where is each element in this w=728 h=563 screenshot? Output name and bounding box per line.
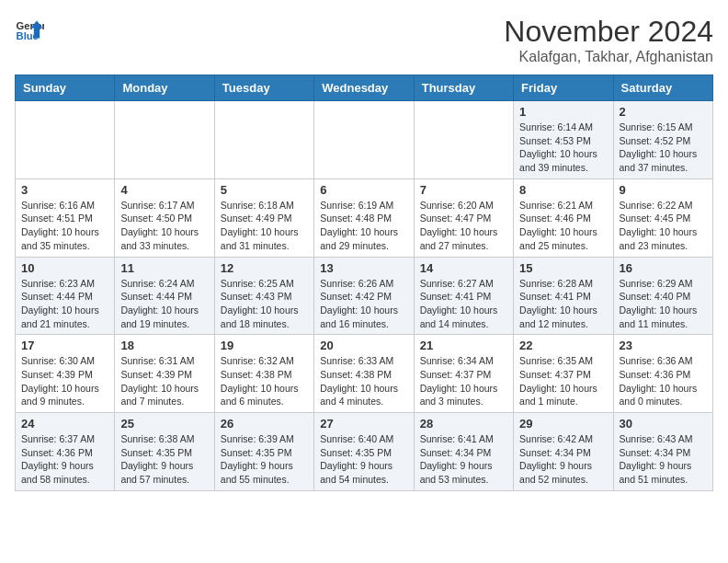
calendar-day-1: 1Sunrise: 6:14 AMSunset: 4:53 PMDaylight… [514, 101, 613, 179]
calendar-day-21: 21Sunrise: 6:34 AMSunset: 4:37 PMDayligh… [414, 335, 513, 413]
calendar-day-12: 12Sunrise: 6:25 AMSunset: 4:43 PMDayligh… [214, 257, 313, 335]
day-info: Sunrise: 6:19 AMSunset: 4:48 PMDaylight:… [320, 199, 407, 253]
day-info: Sunrise: 6:33 AMSunset: 4:38 PMDaylight:… [320, 354, 407, 408]
day-info: Sunrise: 6:18 AMSunset: 4:49 PMDaylight:… [221, 199, 308, 253]
weekday-header-tuesday: Tuesday [214, 75, 313, 101]
calendar-week-row: 1Sunrise: 6:14 AMSunset: 4:53 PMDaylight… [16, 101, 713, 179]
header: General Blue November 2024 Kalafgan, Tak… [15, 15, 713, 65]
day-number: 18 [120, 339, 208, 352]
calendar-week-row: 17Sunrise: 6:30 AMSunset: 4:39 PMDayligh… [16, 335, 713, 413]
day-info: Sunrise: 6:31 AMSunset: 4:39 PMDaylight:… [120, 354, 208, 408]
day-number: 14 [420, 261, 507, 275]
calendar-day-30: 30Sunrise: 6:43 AMSunset: 4:34 PMDayligh… [613, 413, 712, 491]
weekday-header-row: SundayMondayTuesdayWednesdayThursdayFrid… [16, 75, 713, 101]
day-info: Sunrise: 6:43 AMSunset: 4:34 PMDaylight:… [620, 432, 707, 487]
calendar-day-22: 22Sunrise: 6:35 AMSunset: 4:37 PMDayligh… [514, 335, 613, 413]
day-number: 27 [320, 417, 407, 431]
day-info: Sunrise: 6:20 AMSunset: 4:47 PMDaylight:… [420, 199, 507, 253]
day-info: Sunrise: 6:16 AMSunset: 4:51 PMDaylight:… [21, 199, 108, 253]
day-info: Sunrise: 6:23 AMSunset: 4:44 PMDaylight:… [21, 277, 108, 331]
day-number: 24 [21, 417, 108, 431]
day-info: Sunrise: 6:25 AMSunset: 4:43 PMDaylight:… [221, 277, 308, 331]
calendar-table: SundayMondayTuesdayWednesdayThursdayFrid… [15, 75, 713, 491]
calendar-day-24: 24Sunrise: 6:37 AMSunset: 4:36 PMDayligh… [16, 413, 115, 491]
calendar-day-26: 26Sunrise: 6:39 AMSunset: 4:35 PMDayligh… [214, 413, 313, 491]
calendar-day-17: 17Sunrise: 6:30 AMSunset: 4:39 PMDayligh… [16, 335, 115, 413]
day-number: 6 [320, 183, 407, 197]
day-number: 12 [221, 261, 308, 275]
calendar-day-10: 10Sunrise: 6:23 AMSunset: 4:44 PMDayligh… [16, 257, 115, 335]
calendar-day-19: 19Sunrise: 6:32 AMSunset: 4:38 PMDayligh… [214, 335, 313, 413]
day-number: 2 [620, 105, 707, 119]
empty-day-cell [414, 101, 513, 179]
calendar-day-11: 11Sunrise: 6:24 AMSunset: 4:44 PMDayligh… [115, 257, 214, 335]
day-info: Sunrise: 6:37 AMSunset: 4:36 PMDaylight:… [21, 432, 108, 487]
logo: General Blue [15, 15, 44, 44]
logo-icon: General Blue [15, 15, 44, 44]
day-info: Sunrise: 6:14 AMSunset: 4:53 PMDaylight:… [519, 121, 607, 175]
day-number: 25 [120, 417, 208, 431]
day-info: Sunrise: 6:36 AMSunset: 4:36 PMDaylight:… [620, 354, 707, 408]
day-number: 3 [21, 183, 108, 197]
calendar-day-23: 23Sunrise: 6:36 AMSunset: 4:36 PMDayligh… [613, 335, 712, 413]
day-number: 4 [120, 183, 208, 197]
empty-day-cell [16, 101, 115, 179]
calendar-day-2: 2Sunrise: 6:15 AMSunset: 4:52 PMDaylight… [613, 101, 712, 179]
day-info: Sunrise: 6:22 AMSunset: 4:45 PMDaylight:… [620, 199, 707, 253]
calendar-day-3: 3Sunrise: 6:16 AMSunset: 4:51 PMDaylight… [16, 178, 115, 257]
calendar-day-5: 5Sunrise: 6:18 AMSunset: 4:49 PMDaylight… [214, 178, 313, 257]
day-number: 17 [21, 339, 108, 352]
day-info: Sunrise: 6:40 AMSunset: 4:35 PMDaylight:… [320, 432, 407, 487]
calendar-week-row: 10Sunrise: 6:23 AMSunset: 4:44 PMDayligh… [16, 257, 713, 335]
day-info: Sunrise: 6:32 AMSunset: 4:38 PMDaylight:… [221, 354, 308, 408]
day-number: 28 [420, 417, 507, 431]
day-number: 13 [320, 261, 407, 275]
calendar-day-28: 28Sunrise: 6:41 AMSunset: 4:34 PMDayligh… [414, 413, 513, 491]
day-number: 1 [519, 105, 607, 119]
weekday-header-sunday: Sunday [16, 75, 115, 101]
calendar-day-7: 7Sunrise: 6:20 AMSunset: 4:47 PMDaylight… [414, 178, 513, 257]
day-number: 16 [620, 261, 707, 275]
month-title: November 2024 [504, 15, 713, 49]
calendar-day-25: 25Sunrise: 6:38 AMSunset: 4:35 PMDayligh… [115, 413, 214, 491]
calendar-week-row: 3Sunrise: 6:16 AMSunset: 4:51 PMDaylight… [16, 178, 713, 257]
day-number: 15 [519, 261, 607, 275]
calendar-day-6: 6Sunrise: 6:19 AMSunset: 4:48 PMDaylight… [314, 178, 414, 257]
day-info: Sunrise: 6:26 AMSunset: 4:42 PMDaylight:… [320, 277, 407, 331]
location-title: Kalafgan, Takhar, Afghanistan [504, 49, 713, 65]
day-info: Sunrise: 6:35 AMSunset: 4:37 PMDaylight:… [519, 354, 607, 408]
calendar-day-15: 15Sunrise: 6:28 AMSunset: 4:41 PMDayligh… [514, 257, 613, 335]
calendar-day-18: 18Sunrise: 6:31 AMSunset: 4:39 PMDayligh… [115, 335, 214, 413]
day-number: 30 [620, 417, 707, 431]
day-number: 8 [519, 183, 607, 197]
calendar-day-27: 27Sunrise: 6:40 AMSunset: 4:35 PMDayligh… [314, 413, 414, 491]
day-number: 21 [420, 339, 507, 352]
weekday-header-saturday: Saturday [613, 75, 712, 101]
empty-day-cell [314, 101, 414, 179]
calendar-day-9: 9Sunrise: 6:22 AMSunset: 4:45 PMDaylight… [613, 178, 712, 257]
day-number: 7 [420, 183, 507, 197]
day-info: Sunrise: 6:29 AMSunset: 4:40 PMDaylight:… [620, 277, 707, 331]
day-number: 9 [620, 183, 707, 197]
weekday-header-monday: Monday [115, 75, 214, 101]
day-info: Sunrise: 6:39 AMSunset: 4:35 PMDaylight:… [221, 432, 308, 487]
day-info: Sunrise: 6:17 AMSunset: 4:50 PMDaylight:… [120, 199, 208, 253]
day-info: Sunrise: 6:27 AMSunset: 4:41 PMDaylight:… [420, 277, 507, 331]
calendar-day-29: 29Sunrise: 6:42 AMSunset: 4:34 PMDayligh… [514, 413, 613, 491]
day-number: 23 [620, 339, 707, 352]
weekday-header-friday: Friday [514, 75, 613, 101]
day-info: Sunrise: 6:24 AMSunset: 4:44 PMDaylight:… [120, 277, 208, 331]
day-number: 19 [221, 339, 308, 352]
day-info: Sunrise: 6:21 AMSunset: 4:46 PMDaylight:… [519, 199, 607, 253]
day-info: Sunrise: 6:28 AMSunset: 4:41 PMDaylight:… [519, 277, 607, 331]
weekday-header-wednesday: Wednesday [314, 75, 414, 101]
calendar-day-14: 14Sunrise: 6:27 AMSunset: 4:41 PMDayligh… [414, 257, 513, 335]
day-info: Sunrise: 6:15 AMSunset: 4:52 PMDaylight:… [620, 121, 707, 175]
day-number: 20 [320, 339, 407, 352]
day-number: 29 [519, 417, 607, 431]
calendar-week-row: 24Sunrise: 6:37 AMSunset: 4:36 PMDayligh… [16, 413, 713, 491]
calendar-day-13: 13Sunrise: 6:26 AMSunset: 4:42 PMDayligh… [314, 257, 414, 335]
day-info: Sunrise: 6:38 AMSunset: 4:35 PMDaylight:… [120, 432, 208, 487]
day-number: 11 [120, 261, 208, 275]
calendar-day-4: 4Sunrise: 6:17 AMSunset: 4:50 PMDaylight… [115, 178, 214, 257]
